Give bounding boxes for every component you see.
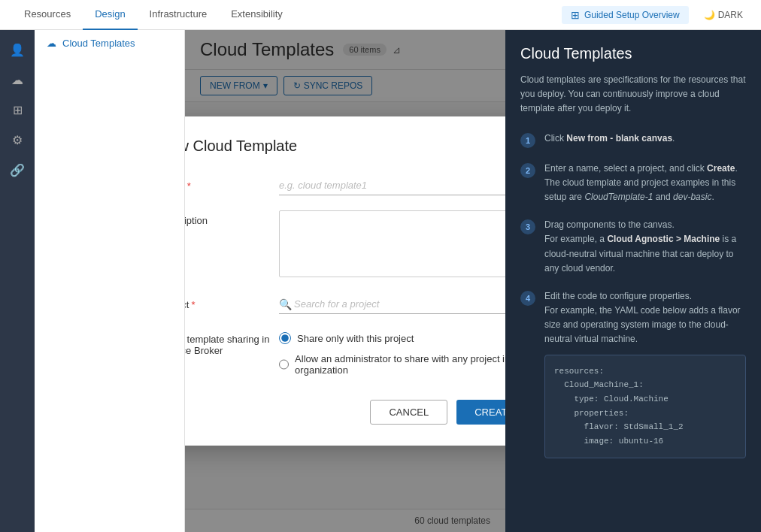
sidebar-user-icon[interactable]: 👤 bbox=[4, 36, 31, 63]
step-1-number: 1 bbox=[520, 133, 535, 148]
step-4-number: 4 bbox=[520, 291, 535, 306]
radio-allow-admin-label: Allow an administrator to share with any… bbox=[295, 353, 505, 376]
new-cloud-template-modal: New Cloud Template × Name* Description bbox=[185, 116, 505, 446]
top-navigation: Resources Design Infrastructure Extensib… bbox=[0, 0, 761, 30]
step-4: 4 Edit the code to configure properties.… bbox=[520, 289, 746, 458]
sidebar-item-cloud-templates[interactable]: ☁ Cloud Templates bbox=[35, 30, 184, 56]
description-field bbox=[279, 210, 505, 280]
create-button[interactable]: CREATE bbox=[456, 400, 505, 425]
sidebar-link-icon[interactable]: 🔗 bbox=[4, 156, 31, 183]
step-2: 2 Enter a name, select a project, and cl… bbox=[520, 162, 746, 205]
sharing-label: Cloud template sharing in Service Broker bbox=[185, 329, 279, 356]
project-label: Project* bbox=[185, 295, 279, 310]
step-2-number: 2 bbox=[520, 163, 535, 178]
tab-resources[interactable]: Resources bbox=[12, 0, 83, 30]
description-input[interactable] bbox=[279, 210, 505, 277]
sub-sidebar: ☁ Cloud Templates bbox=[35, 30, 185, 532]
right-panel: Cloud Templates Cloud templates are spec… bbox=[505, 30, 761, 532]
sharing-field: Share only with this project Allow an ad… bbox=[279, 329, 505, 376]
project-field-row: Project* 🔍 bbox=[185, 295, 505, 314]
guided-icon: ⊞ bbox=[571, 9, 580, 21]
radio-share-project-label: Share only with this project bbox=[297, 333, 414, 344]
name-field-row: Name* bbox=[185, 176, 505, 195]
main-layout: 👤 ☁ ⊞ ⚙ 🔗 ☁ Cloud Templates Cloud Templa… bbox=[0, 30, 761, 532]
step-1-content: Click New from - blank canvas. bbox=[544, 131, 675, 148]
name-field bbox=[279, 176, 505, 195]
cancel-button[interactable]: CANCEL bbox=[370, 400, 447, 425]
name-label: Name* bbox=[185, 176, 279, 192]
project-search-wrapper: 🔍 bbox=[279, 295, 505, 314]
tab-extensibility[interactable]: Extensibility bbox=[219, 0, 295, 30]
step-3-content: Drag components to the canvas. For examp… bbox=[544, 218, 746, 276]
step-1: 1 Click New from - blank canvas. bbox=[520, 131, 746, 148]
tab-design[interactable]: Design bbox=[83, 0, 137, 30]
modal-header: New Cloud Template × bbox=[185, 138, 505, 155]
modal-footer: CANCEL CREATE bbox=[185, 400, 505, 425]
right-panel-title: Cloud Templates bbox=[520, 45, 746, 62]
guided-setup-button[interactable]: ⊞ Guided Setup Overview bbox=[562, 6, 689, 24]
modal-title: New Cloud Template bbox=[185, 138, 297, 155]
description-field-row: Description bbox=[185, 210, 505, 280]
radio-allow-admin[interactable]: Allow an administrator to share with any… bbox=[279, 353, 505, 376]
main-content: Cloud Templates 60 items ⊿ NEW FROM ▾ ↻ … bbox=[185, 30, 505, 532]
sidebar-settings-icon[interactable]: ⚙ bbox=[4, 126, 31, 153]
radio-allow-admin-input[interactable] bbox=[279, 358, 289, 370]
sharing-radio-group: Share only with this project Allow an ad… bbox=[279, 329, 505, 376]
sharing-field-row: Cloud template sharing in Service Broker… bbox=[185, 329, 505, 376]
project-search-input[interactable] bbox=[279, 295, 505, 314]
name-input[interactable] bbox=[279, 176, 505, 195]
radio-share-project[interactable]: Share only with this project bbox=[279, 332, 505, 344]
content-area: ☁ Cloud Templates Cloud Templates 60 ite… bbox=[35, 30, 505, 532]
dark-mode-button[interactable]: 🌙 DARK bbox=[698, 7, 749, 23]
search-icon: 🔍 bbox=[279, 298, 292, 310]
sidebar-cloud-icon[interactable]: ☁ bbox=[4, 66, 31, 93]
code-block: resources: Cloud_Machine_1: type: Cloud.… bbox=[544, 355, 746, 458]
step-3: 3 Drag components to the canvas. For exa… bbox=[520, 218, 746, 276]
step-2-content: Enter a name, select a project, and clic… bbox=[544, 162, 746, 205]
project-required-indicator: * bbox=[191, 299, 195, 310]
tab-infrastructure[interactable]: Infrastructure bbox=[138, 0, 220, 30]
top-nav-right: ⊞ Guided Setup Overview 🌙 DARK bbox=[562, 6, 749, 24]
step-4-content: Edit the code to configure properties. F… bbox=[544, 289, 746, 458]
description-label: Description bbox=[185, 210, 279, 226]
radio-share-project-input[interactable] bbox=[279, 332, 291, 344]
name-required-indicator: * bbox=[187, 180, 191, 192]
step-3-number: 3 bbox=[520, 219, 535, 234]
nav-tabs: Resources Design Infrastructure Extensib… bbox=[12, 0, 295, 30]
project-field: 🔍 bbox=[279, 295, 505, 314]
left-sidebar: 👤 ☁ ⊞ ⚙ 🔗 bbox=[0, 30, 35, 532]
right-panel-intro: Cloud templates are specifications for t… bbox=[520, 73, 746, 116]
sidebar-grid-icon[interactable]: ⊞ bbox=[4, 96, 31, 123]
moon-icon: 🌙 bbox=[704, 10, 715, 20]
cloud-templates-icon: ☁ bbox=[47, 38, 56, 49]
